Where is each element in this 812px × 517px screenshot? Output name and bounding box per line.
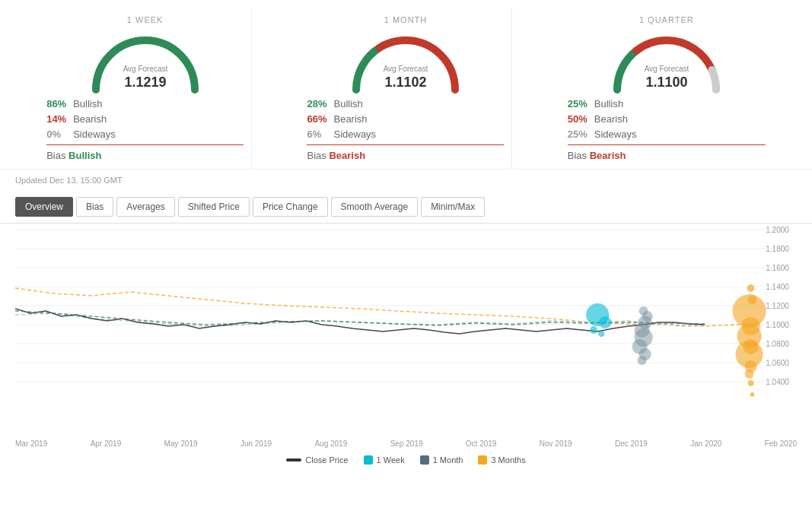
updated-text: Updated Dec 13, 15:00 GMT	[0, 170, 812, 191]
bullish-row-3: 25% Bullish	[568, 98, 766, 109]
tab-price-change[interactable]: Price Change	[253, 197, 328, 217]
tab-averages[interactable]: Averages	[116, 197, 174, 217]
chart-svg: 1.2000 1.1800 1.1600 1.1400 1.1200 1.100…	[15, 224, 797, 452]
tab-minim-max[interactable]: Minim/Max	[421, 197, 485, 217]
bullish-label-3: Bullish	[594, 98, 623, 109]
bias-label-2: Bias	[307, 150, 326, 161]
legend-1-week: 1 Week	[364, 455, 405, 465]
bearish-pct-1: 14%	[46, 113, 73, 125]
bearish-pct-2: 66%	[307, 113, 333, 125]
svg-text:Avg Forecast: Avg Forecast	[384, 65, 428, 73]
legend-close-price: Close Price	[286, 455, 348, 465]
legend-3-months: 3 Months	[478, 455, 525, 465]
top-panels: 1 WEEK Avg Forecast 1.1219 86% Bullish 1…	[0, 0, 812, 170]
tabs-bar: Overview Bias Averages Shifted Price Pri…	[0, 191, 812, 224]
bearish-row-3: 50% Bearish	[568, 113, 766, 125]
panel-1-title: 1 WEEK	[46, 15, 244, 24]
sideways-pct-3: 25%	[568, 128, 594, 140]
sideways-row-2: 6% Sideways	[307, 128, 504, 140]
svg-text:1.0600: 1.0600	[766, 359, 789, 367]
sideways-pct-2: 6%	[307, 128, 333, 140]
svg-text:1.1400: 1.1400	[766, 283, 789, 291]
gauge-1-month: Avg Forecast 1.1102	[345, 27, 467, 92]
sideways-label-3: Sideways	[594, 128, 637, 140]
bearish-label-2: Bearish	[333, 113, 367, 125]
bias-value-1: Bullish	[68, 150, 101, 161]
legend-label-1month: 1 Month	[433, 455, 463, 465]
panel-3-title: 1 QUARTER	[568, 15, 766, 24]
bias-row-1: Bias Bullish	[46, 150, 244, 161]
legend-dot-close	[286, 458, 301, 461]
svg-point-27	[598, 331, 604, 337]
bullish-pct-2: 28%	[307, 98, 333, 109]
bias-value-3: Bearish	[590, 150, 626, 161]
svg-text:1.1219: 1.1219	[124, 75, 166, 90]
sideways-label-1: Sideways	[73, 128, 116, 140]
svg-point-46	[750, 392, 755, 397]
bullish-pct-1: 86%	[46, 98, 73, 109]
svg-point-26	[590, 326, 597, 334]
bearish-label-3: Bearish	[594, 113, 628, 125]
bearish-row-1: 14% Bearish	[46, 113, 244, 125]
legend-dot-1week	[364, 455, 373, 465]
legend-dot-1month	[420, 455, 429, 465]
tab-bias[interactable]: Bias	[76, 197, 113, 217]
legend-label-1week: 1 Week	[377, 455, 405, 465]
bias-value-2: Bearish	[329, 150, 365, 161]
sideways-row-3: 25% Sideways	[568, 128, 766, 140]
bearish-row-2: 66% Bearish	[307, 113, 504, 125]
svg-text:Avg Forecast: Avg Forecast	[123, 65, 167, 73]
bearish-pct-3: 50%	[568, 113, 594, 125]
chart-legend: Close Price 1 Week 1 Month 3 Months	[0, 451, 812, 469]
sideways-label-2: Sideways	[333, 128, 376, 140]
gauge-1-quarter: Avg Forecast 1.1100	[606, 27, 728, 92]
bullish-row-1: 86% Bullish	[46, 98, 244, 109]
svg-text:1.1100: 1.1100	[645, 75, 687, 90]
legend-label-3months: 3 Months	[491, 455, 525, 465]
svg-text:1.0400: 1.0400	[766, 378, 789, 386]
legend-label-close: Close Price	[305, 455, 348, 465]
bullish-label-1: Bullish	[73, 98, 102, 109]
bullish-row-2: 28% Bullish	[307, 98, 504, 109]
tab-overview[interactable]: Overview	[15, 197, 73, 217]
svg-point-25	[599, 316, 611, 328]
bias-label-3: Bias	[568, 150, 587, 161]
svg-text:1.1600: 1.1600	[766, 264, 789, 272]
panel-1-month: 1 MONTH Avg Forecast 1.1102 28% Bullish …	[299, 8, 512, 169]
svg-text:1.1800: 1.1800	[766, 245, 789, 253]
panel-1-quarter: 1 QUARTER Avg Forecast 1.1100 25% Bullis…	[560, 8, 773, 169]
bullish-label-2: Bullish	[333, 98, 362, 109]
svg-text:1.0800: 1.0800	[766, 340, 789, 348]
bias-label-1: Bias	[46, 150, 65, 161]
svg-text:1.1102: 1.1102	[384, 75, 426, 90]
sideways-pct-1: 0%	[46, 128, 73, 140]
sideways-row-1: 0% Sideways	[46, 128, 244, 140]
legend-1-month: 1 Month	[420, 455, 463, 465]
panel-2-title: 1 MONTH	[307, 15, 504, 24]
svg-text:1.2000: 1.2000	[766, 226, 789, 234]
legend-dot-3months	[478, 455, 487, 465]
svg-point-35	[638, 356, 647, 365]
bullish-pct-3: 25%	[568, 98, 594, 109]
svg-point-45	[748, 380, 754, 386]
svg-text:Avg Forecast: Avg Forecast	[644, 65, 689, 73]
bearish-label-1: Bearish	[73, 113, 107, 125]
tab-smooth-average[interactable]: Smooth Average	[331, 197, 419, 217]
svg-point-44	[745, 370, 754, 379]
bias-row-3: Bias Bearish	[568, 150, 766, 161]
tab-shifted-price[interactable]: Shifted Price	[178, 197, 250, 217]
svg-text:1.1200: 1.1200	[766, 302, 789, 310]
bias-row-2: Bias Bearish	[307, 150, 504, 161]
svg-text:1.1000: 1.1000	[766, 321, 789, 329]
panel-1-week: 1 WEEK Avg Forecast 1.1219 86% Bullish 1…	[39, 8, 252, 169]
chart-area: 1.2000 1.1800 1.1600 1.1400 1.1200 1.100…	[15, 224, 797, 452]
gauge-1-week: Avg Forecast 1.1219	[84, 27, 206, 92]
svg-point-36	[747, 284, 755, 292]
